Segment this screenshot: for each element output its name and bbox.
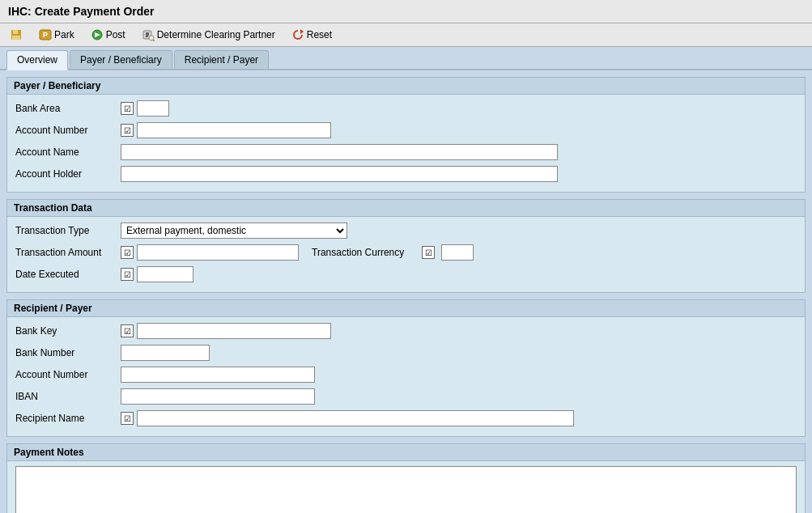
transaction-currency-group: Transaction Currency ☑ [312,244,474,261]
tab-recipient-payer[interactable]: Recipient / Payer [174,50,269,69]
transaction-data-header: Transaction Data [7,200,805,217]
payer-beneficiary-header: Payer / Beneficiary [7,78,805,95]
main-content: Payer / Beneficiary Bank Area ☑ Account … [0,70,812,513]
toolbar: P Park Post Determine Clearing Partner [0,23,812,47]
date-executed-field-group: ☑ [121,266,193,282]
transaction-currency-label: Transaction Currency [312,247,417,258]
recipient-account-number-input[interactable] [121,367,315,383]
recipient-name-checkbox[interactable]: ☑ [121,412,134,425]
account-number-checkbox[interactable]: ☑ [121,124,134,137]
date-executed-input[interactable] [137,266,193,282]
date-executed-row: Date Executed ☑ [15,265,797,283]
bank-number-label: Bank Number [15,347,121,358]
page-title: IHC: Create Payment Order [8,5,155,18]
payment-notes-header: Payment Notes [7,444,805,461]
bank-number-input[interactable] [121,345,210,361]
reset-button[interactable]: Reset [288,27,335,43]
determine-button[interactable]: Determine Clearing Partner [138,27,278,43]
account-number-field-group: ☑ [121,122,331,138]
payer-beneficiary-section: Payer / Beneficiary Bank Area ☑ Account … [6,77,806,193]
account-holder-label: Account Holder [15,168,121,180]
account-name-label: Account Name [15,146,121,158]
title-bar: IHC: Create Payment Order [0,0,812,23]
post-button[interactable]: Post [87,27,129,43]
svg-text:P: P [43,31,48,39]
park-label: Park [54,29,74,40]
recipient-account-number-label: Account Number [15,369,121,380]
account-name-row: Account Name [15,143,797,161]
svg-marker-13 [300,29,304,34]
payer-beneficiary-body: Bank Area ☑ Account Number ☑ Account Nam… [7,95,805,192]
account-holder-input[interactable] [121,166,558,182]
recipient-name-row: Recipient Name ☑ [15,409,797,427]
transaction-data-section: Transaction Data Transaction Type Extern… [6,199,806,293]
reset-icon [291,28,304,41]
recipient-payer-section: Recipient / Payer Bank Key ☑ Bank Number… [6,299,806,437]
bank-area-row: Bank Area ☑ [15,100,797,117]
account-number-input[interactable] [137,122,331,138]
bank-area-label: Bank Area [15,103,121,114]
post-icon [91,28,104,41]
iban-row: IBAN [15,388,797,405]
svg-rect-2 [12,36,20,40]
transaction-type-row: Transaction Type External payment, domes… [15,222,797,240]
save-button[interactable] [6,27,26,43]
transaction-amount-input[interactable] [137,244,299,261]
bank-key-checkbox[interactable]: ☑ [121,324,134,337]
iban-input[interactable] [121,388,315,405]
tab-payer-beneficiary[interactable]: Payer / Beneficiary [70,50,172,69]
bank-area-field-group: ☑ [121,100,169,117]
save-icon [10,28,23,41]
transaction-type-select[interactable]: External payment, domestic External paym… [121,223,347,239]
reset-label: Reset [307,29,332,40]
recipient-payer-body: Bank Key ☑ Bank Number Account Number IB… [7,317,805,436]
determine-label: Determine Clearing Partner [157,29,275,40]
recipient-name-field-group: ☑ [121,410,574,426]
determine-icon [142,28,155,41]
iban-label: IBAN [15,391,121,402]
transaction-amount-label: Transaction Amount [15,247,121,258]
post-label: Post [106,29,125,40]
transaction-currency-input[interactable] [441,244,474,261]
transaction-amount-checkbox[interactable]: ☑ [121,246,134,259]
recipient-account-number-row: Account Number [15,366,797,384]
transaction-amount-field-group: ☑ [121,244,299,261]
tabs-bar: Overview Payer / Beneficiary Recipient /… [0,47,812,70]
bank-number-row: Bank Number [15,344,797,362]
payment-notes-body [7,461,805,513]
park-icon: P [39,28,52,41]
recipient-name-label: Recipient Name [15,413,121,424]
date-executed-label: Date Executed [15,269,121,280]
date-executed-checkbox[interactable]: ☑ [121,268,134,281]
payment-notes-textarea[interactable] [15,466,797,513]
account-name-input[interactable] [121,144,558,160]
svg-line-12 [153,40,155,41]
bank-area-input[interactable] [137,100,169,117]
bank-area-checkbox[interactable]: ☑ [121,102,134,115]
park-button[interactable]: P Park [36,27,78,43]
account-number-row: Account Number ☑ [15,121,797,139]
tab-overview[interactable]: Overview [6,50,68,70]
transaction-amount-row: Transaction Amount ☑ Transaction Currenc… [15,244,797,261]
recipient-name-input[interactable] [137,410,574,426]
transaction-currency-checkbox[interactable]: ☑ [422,246,435,259]
bank-key-input[interactable] [137,323,331,339]
account-number-label: Account Number [15,125,121,136]
svg-rect-1 [13,30,18,34]
recipient-payer-header: Recipient / Payer [7,300,805,317]
payment-notes-section: Payment Notes [6,443,806,513]
account-holder-row: Account Holder [15,165,797,183]
transaction-data-body: Transaction Type External payment, domes… [7,217,805,292]
bank-key-field-group: ☑ [121,323,331,339]
bank-key-label: Bank Key [15,325,121,337]
bank-key-row: Bank Key ☑ [15,322,797,340]
transaction-type-dropdown-container: External payment, domestic External paym… [121,223,347,239]
transaction-type-label: Transaction Type [15,225,121,236]
